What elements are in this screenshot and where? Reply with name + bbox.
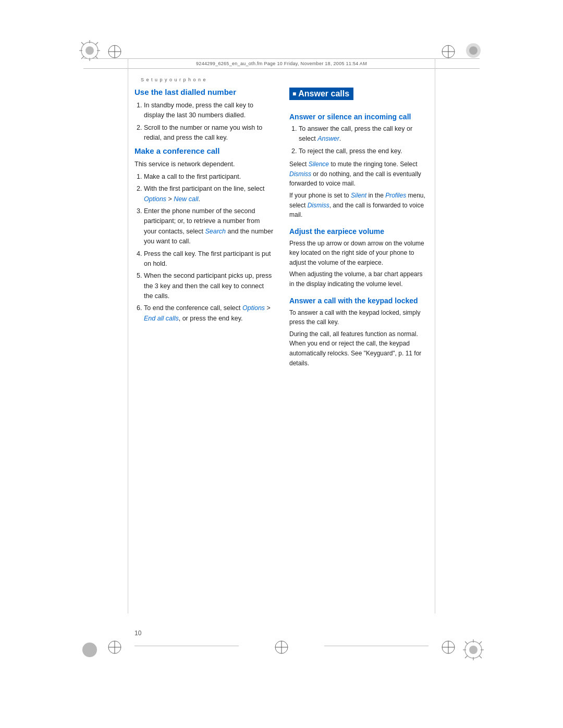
heading-conference-call: Make a conference call [134, 146, 274, 155]
reg-mark-tr [440, 44, 456, 59]
link-silence: Silence [309, 161, 329, 168]
link-new-call: New call [174, 195, 198, 203]
link-answer: Answer [317, 135, 339, 142]
svg-point-12 [82, 643, 97, 657]
item-text: Enter the phone number of the second par… [144, 207, 273, 245]
item-text: To end the conference call, select Optio… [144, 304, 271, 322]
list-item: To answer the call, press the call key o… [299, 124, 429, 144]
reg-mark-tl [107, 44, 123, 59]
list-item: Enter the phone number of the second par… [144, 206, 274, 247]
keypad-para2: During the call, all features function a… [289, 329, 429, 368]
svg-line-21 [479, 641, 482, 644]
list-conference: Make a call to the first participant. Wi… [144, 172, 274, 324]
left-column: Use the last dialled number In standby m… [134, 88, 274, 613]
content-area: Use the last dialled number In standby m… [134, 88, 429, 613]
reg-mark-br [440, 639, 456, 655]
right-column: Answer calls Answer or silence an incomi… [289, 88, 429, 613]
list-item: Scroll to the number or name you wish to… [144, 123, 274, 143]
list-last-dialled: In standby mode, press the call key to d… [144, 101, 274, 143]
answer-silence-para1: Select Silence to mute the ringing tone.… [289, 159, 429, 189]
section-answer-silence: Answer or silence an incoming call To an… [289, 113, 429, 220]
list-item: When the second participant picks up, pr… [144, 271, 274, 301]
heading-last-dialled: Use the last dialled number [134, 88, 274, 96]
link-options2: Options [242, 304, 265, 312]
list-item: To reject the call, press the end key. [299, 146, 429, 156]
list-item: Make a call to the first participant. [144, 172, 274, 182]
item-text: With the first participant on the line, … [144, 185, 264, 202]
svg-line-20 [479, 656, 482, 658]
item-text: To reject the call, press the end key. [299, 147, 402, 155]
link-end-all-calls: End all calls [144, 315, 179, 322]
svg-point-14 [469, 646, 478, 654]
item-text: Press the call key. The first participan… [144, 250, 271, 267]
link-silent: Silent [351, 192, 366, 199]
list-item: In standby mode, press the call key to d… [144, 101, 274, 121]
reg-mark-bm [274, 639, 289, 655]
link-options: Options [144, 195, 166, 203]
svg-line-22 [465, 656, 468, 658]
svg-line-6 [81, 42, 84, 45]
page-container: 9244299_6265_en_au_oth.fm Page 10 Friday… [0, 0, 563, 728]
page-number: 10 [134, 630, 141, 637]
reg-mark-bl [107, 639, 123, 655]
heading-keypad-locked: Answer a call with the keypad locked [289, 297, 429, 305]
main-heading-answer-calls: Answer calls [289, 88, 353, 100]
section-last-dialled: Use the last dialled number In standby m… [134, 88, 274, 143]
svg-point-11 [469, 46, 478, 55]
item-text: Make a call to the first participant. [144, 173, 241, 180]
list-item: To end the conference call, select Optio… [144, 303, 274, 324]
link-dismiss: Dismiss [289, 170, 311, 178]
item-text: Scroll to the number or name you wish to… [144, 124, 262, 141]
section-conference-call: Make a conference call This service is n… [134, 146, 274, 324]
bottom-divider-left [134, 646, 239, 646]
item-text: To answer the call, press the call key o… [299, 125, 412, 142]
link-search: Search [205, 228, 226, 235]
conference-intro: This service is network dependent. [134, 159, 274, 169]
earpiece-para2: When adjusting the volume, a bar chart a… [289, 269, 429, 289]
list-answer-silence: To answer the call, press the call key o… [299, 124, 429, 156]
list-item: With the first participant on the line, … [144, 184, 274, 204]
left-vertical-rule [128, 58, 128, 613]
item-text: When the second participant picks up, pr… [144, 272, 272, 300]
heading-earpiece-volume: Adjust the earpiece volume [289, 227, 429, 236]
section-keypad-locked: Answer a call with the keypad locked To … [289, 297, 429, 368]
svg-line-8 [95, 42, 98, 45]
decoration-mark-br [462, 638, 485, 661]
answer-silence-para2: If your phone is set to Silent in the Pr… [289, 191, 429, 220]
item-text: In standby mode, press the call key to d… [144, 102, 253, 119]
section-earpiece-volume: Adjust the earpiece volume Press the up … [289, 227, 429, 289]
earpiece-para1: Press the up arrow or down arrow on the … [289, 239, 429, 268]
decoration-mark-bl [78, 638, 101, 661]
main-heading-text: Answer calls [298, 89, 349, 98]
keypad-para1: To answer a call with the keypad locked,… [289, 308, 429, 327]
heading-answer-silence: Answer or silence an incoming call [289, 113, 429, 121]
section-label: S e t u p y o u r p h o n e [141, 77, 206, 82]
link-profiles: Profiles [385, 192, 406, 199]
right-vertical-rule [435, 58, 435, 613]
link-dismiss2: Dismiss [308, 202, 329, 209]
file-info: 9244299_6265_en_au_oth.fm Page 10 Friday… [196, 61, 367, 66]
header-bar: 9244299_6265_en_au_oth.fm Page 10 Friday… [83, 58, 480, 69]
bottom-divider-right [324, 646, 429, 646]
svg-point-1 [85, 46, 94, 55]
svg-line-19 [465, 641, 468, 644]
list-item: Press the call key. The first participan… [144, 249, 274, 269]
